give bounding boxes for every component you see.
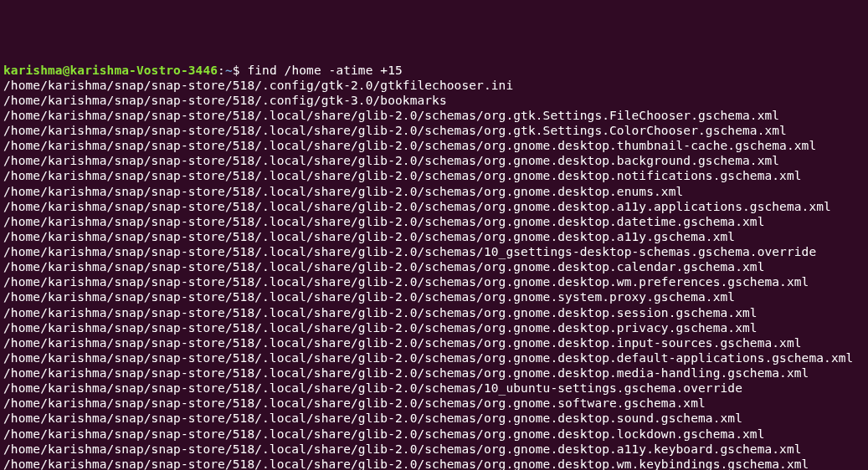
output-line: /home/karishma/snap/snap-store/518/.loca… <box>3 199 865 214</box>
output-line: /home/karishma/snap/snap-store/518/.loca… <box>3 350 865 365</box>
output-line: /home/karishma/snap/snap-store/518/.loca… <box>3 123 865 138</box>
output-line: /home/karishma/snap/snap-store/518/.loca… <box>3 229 865 244</box>
output-line: /home/karishma/snap/snap-store/518/.loca… <box>3 365 865 381</box>
output-line: /home/karishma/snap/snap-store/518/.loca… <box>3 427 865 442</box>
output-line: /home/karishma/snap/snap-store/518/.conf… <box>3 78 865 93</box>
prompt-user-host: karishma@karishma-Vostro-3446 <box>3 64 218 77</box>
output-line: /home/karishma/snap/snap-store/518/.loca… <box>3 381 865 396</box>
output-line: /home/karishma/snap/snap-store/518/.loca… <box>3 457 865 470</box>
terminal-window[interactable]: karishma@karishma-Vostro-3446:~$ find /h… <box>3 63 865 471</box>
output-line: /home/karishma/snap/snap-store/518/.loca… <box>3 396 865 411</box>
output-line: /home/karishma/snap/snap-store/518/.loca… <box>3 184 865 199</box>
output-line: /home/karishma/snap/snap-store/518/.loca… <box>3 274 865 289</box>
output-line: /home/karishma/snap/snap-store/518/.loca… <box>3 138 865 153</box>
output-line: /home/karishma/snap/snap-store/518/.loca… <box>3 168 865 183</box>
output-line: /home/karishma/snap/snap-store/518/.loca… <box>3 411 865 426</box>
output-line: /home/karishma/snap/snap-store/518/.loca… <box>3 442 865 457</box>
command-input[interactable]: find /home -atime +15 <box>247 64 402 77</box>
prompt-separator: : <box>218 64 225 77</box>
output-line: /home/karishma/snap/snap-store/518/.loca… <box>3 244 865 259</box>
output-line: /home/karishma/snap/snap-store/518/.loca… <box>3 305 865 320</box>
output-line: /home/karishma/snap/snap-store/518/.loca… <box>3 320 865 335</box>
output-line: /home/karishma/snap/snap-store/518/.loca… <box>3 108 865 123</box>
output-line: /home/karishma/snap/snap-store/518/.loca… <box>3 289 865 304</box>
output-line: /home/karishma/snap/snap-store/518/.loca… <box>3 335 865 350</box>
output-line: /home/karishma/snap/snap-store/518/.conf… <box>3 93 865 108</box>
output-line: /home/karishma/snap/snap-store/518/.loca… <box>3 153 865 168</box>
output-line: /home/karishma/snap/snap-store/518/.loca… <box>3 259 865 274</box>
output-line: /home/karishma/snap/snap-store/518/.loca… <box>3 214 865 229</box>
prompt-path: ~ <box>225 64 233 77</box>
prompt-dollar: $ <box>233 64 248 77</box>
